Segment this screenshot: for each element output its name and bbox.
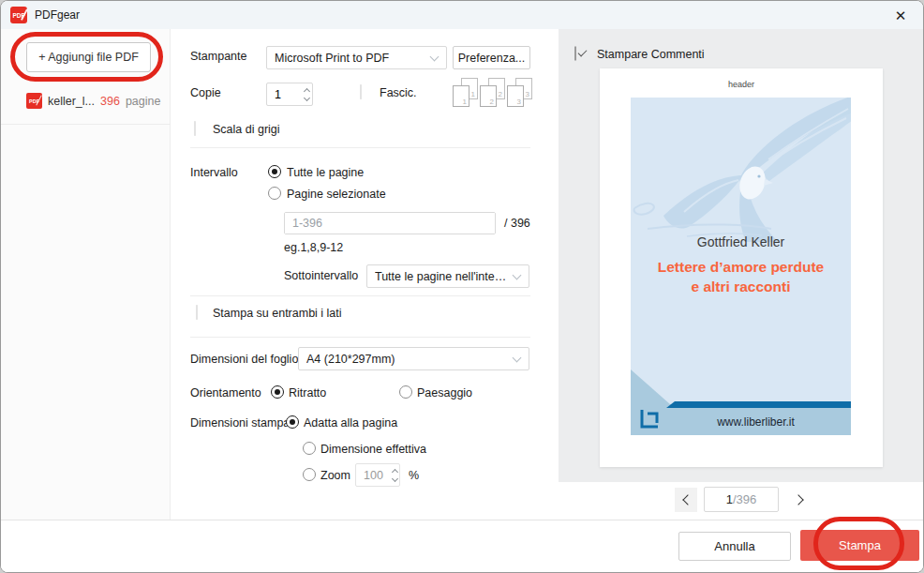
range-hint: eg.1,8,9-12 [284, 241, 343, 254]
file-sidebar: + Aggiungi file PDF PDF keller_l... 396 … [1, 29, 171, 521]
chevron-down-icon [513, 270, 522, 279]
collate-page-number: 3 [517, 98, 521, 106]
paper-size-select-value: A4 (210*297mm) [306, 353, 508, 366]
all-pages-label: Tutte le pagine [287, 166, 364, 179]
printer-preferences-button[interactable]: Preferenza... [453, 46, 530, 69]
selected-pages-label: Pagine selezionate [287, 188, 386, 201]
next-page-button[interactable] [788, 488, 811, 512]
window-title: PDFgear [35, 8, 80, 22]
zoom-spinner[interactable] [390, 470, 399, 481]
collate-page-number: 2 [499, 90, 502, 98]
zoom-unit-label: % [409, 469, 419, 482]
radio-selected-pages[interactable] [268, 187, 281, 200]
close-icon[interactable]: ✕ [891, 7, 910, 25]
print-settings-panel: Stampante Microsoft Print to PDF Prefere… [171, 29, 559, 521]
subrange-select[interactable]: Tutte le pagine nell'interval [366, 264, 529, 288]
chevron-left-icon [682, 494, 693, 505]
page-number-input[interactable]: 1/396 [704, 487, 779, 512]
orientation-label: Orientamento [190, 386, 261, 400]
radio-landscape[interactable] [399, 385, 412, 399]
print-comments-label: Stampare Commenti [597, 48, 705, 61]
landscape-label: Paesaggio [417, 386, 472, 400]
fit-to-page-label: Adatta alla pagina [304, 416, 397, 430]
cover-title: Lettere d’amore perdute e altri racconti [631, 257, 851, 296]
file-pages-count: 396 [100, 95, 120, 108]
range-total-label: / 396 [504, 217, 530, 230]
dialog-footer: Annulla Stampa [1, 520, 923, 572]
file-list-item[interactable]: PDF keller_l... 396 pagine [26, 93, 160, 109]
collate-pages-icon: 1 1 [453, 78, 478, 107]
portrait-label: Ritratto [289, 386, 326, 400]
radio-zoom[interactable] [303, 468, 316, 481]
cover-website: www.liberliber.it [668, 415, 843, 429]
subrange-label: Sottointervallo [284, 269, 358, 282]
collate-page-number: 1 [471, 90, 475, 98]
chevron-down-icon [513, 353, 522, 362]
collate-page-number: 2 [490, 98, 494, 106]
copies-spinner[interactable] [303, 89, 312, 100]
zoom-input[interactable] [355, 463, 400, 487]
cover-title-line2: e altri racconti [631, 277, 851, 296]
collate-pages-icon: 3 3 [507, 78, 532, 107]
cover-stripe [666, 401, 851, 408]
total-pages: /396 [733, 492, 756, 506]
copies-label: Copie [190, 86, 221, 99]
printer-select-value: Microsoft Print to PDF [275, 52, 425, 65]
print-size-label: Dimensioni stampa [190, 416, 290, 430]
titlebar: PDF PDFgear ✕ [1, 1, 923, 29]
page-header-annotation: header [600, 80, 883, 89]
print-comments-checkbox[interactable] [574, 46, 576, 61]
file-pages-label: pagine [126, 95, 161, 108]
grayscale-label: Scala di grigi [213, 123, 280, 136]
printer-select[interactable]: Microsoft Print to PDF [266, 46, 447, 69]
collate-page-number: 3 [526, 90, 529, 98]
pdf-file-icon: PDF [26, 93, 42, 109]
zoom-label: Zoom [320, 469, 350, 482]
duplex-checkbox[interactable] [196, 305, 198, 320]
pdfgear-logo-icon: PDF [10, 7, 27, 23]
page-range-input[interactable] [284, 212, 496, 234]
grayscale-checkbox[interactable] [194, 121, 196, 136]
book-cover: Gottfried Keller Lettere d’amore perdute… [631, 98, 851, 435]
add-pdf-file-button[interactable]: + Aggiungi file PDF [26, 42, 151, 72]
radio-fit-to-page[interactable] [286, 415, 299, 429]
duplex-label: Stampa su entrambi i lati [213, 307, 342, 320]
divider [190, 337, 530, 338]
subrange-select-value: Tutte le pagine nell'interval [375, 270, 508, 283]
preview-page: header [600, 68, 883, 467]
collate-checkbox[interactable] [360, 84, 362, 99]
current-page: 1 [726, 492, 733, 506]
collate-label: Fascic. [380, 86, 417, 99]
cancel-button[interactable]: Annulla [678, 532, 791, 561]
divider [190, 295, 530, 296]
collate-pages-icon: 2 2 [480, 78, 505, 107]
radio-all-pages[interactable] [268, 165, 281, 178]
range-label: Intervallo [190, 166, 238, 179]
sidebar-divider [1, 124, 171, 125]
print-button[interactable]: Stampa [800, 530, 919, 561]
radio-actual-size[interactable] [303, 442, 316, 455]
actual-size-label: Dimensione effettiva [320, 443, 426, 456]
collate-page-number: 1 [463, 98, 467, 106]
divider [190, 147, 530, 148]
liberliber-logo-icon [636, 405, 664, 433]
radio-portrait[interactable] [271, 385, 284, 399]
copies-input[interactable] [266, 83, 313, 106]
page-range-field[interactable] [285, 213, 495, 234]
chevron-down-icon [430, 52, 440, 61]
previous-page-button[interactable] [675, 488, 697, 512]
preview-panel: Stampare Commenti header [559, 29, 924, 482]
printer-label: Stampante [190, 50, 246, 63]
zoom-value-field[interactable] [356, 464, 390, 486]
copies-value-field[interactable] [267, 83, 303, 105]
pdfgear-print-dialog: PDF PDFgear ✕ + Aggiungi file PDF PDF ke… [0, 0, 924, 573]
paper-size-label: Dimensioni del foglio [190, 353, 298, 366]
paper-size-select[interactable]: A4 (210*297mm) [298, 347, 529, 370]
file-name: keller_l... [48, 95, 95, 108]
cover-title-line1: Lettere d’amore perdute [631, 257, 851, 277]
chevron-right-icon [793, 494, 803, 505]
cover-author: Gottfried Keller [631, 234, 851, 249]
